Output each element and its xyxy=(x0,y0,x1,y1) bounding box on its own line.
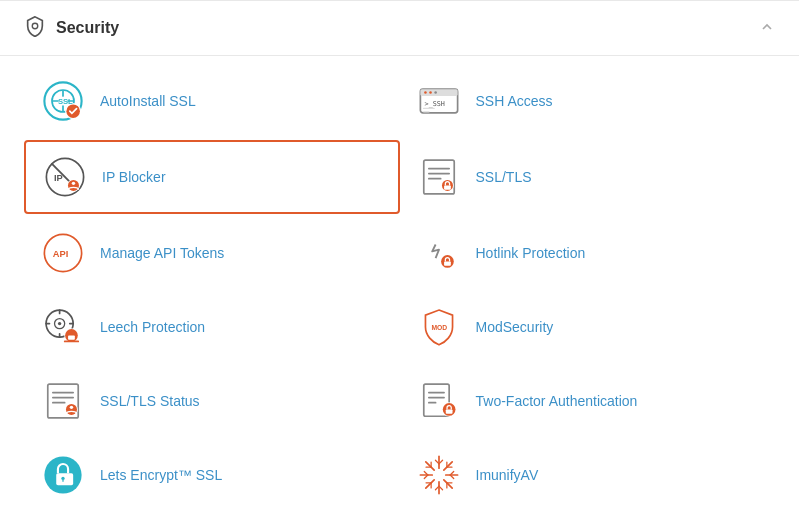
security-item-ssl-tls-status[interactable]: SSL/TLS Status xyxy=(24,366,400,436)
svg-line-71 xyxy=(425,480,433,488)
svg-point-50 xyxy=(70,406,73,409)
autoinstall-ssl-label: AutoInstall SSL xyxy=(100,93,196,109)
manage-api-tokens-icon: API xyxy=(40,230,86,276)
leech-protection-icon xyxy=(40,304,86,350)
section-header[interactable]: Security xyxy=(0,0,799,56)
security-item-ip-blocker[interactable]: IP IP Blocker xyxy=(24,140,400,214)
chevron-up-icon[interactable] xyxy=(759,19,775,38)
security-item-manage-api-tokens[interactable]: API Manage API Tokens xyxy=(24,218,400,288)
svg-point-0 xyxy=(32,23,38,29)
imunifyav-label: ImunifyAV xyxy=(476,467,539,483)
security-item-imunify360[interactable]: Imunify360 xyxy=(24,514,400,523)
svg-point-34 xyxy=(58,322,61,325)
modsecurity-label: ModSecurity xyxy=(476,319,554,335)
security-item-hotlink-protection[interactable]: Hotlink Protection xyxy=(400,218,776,288)
hotlink-protection-icon xyxy=(416,230,462,276)
svg-rect-13 xyxy=(422,108,434,109)
svg-point-10 xyxy=(434,91,437,94)
security-item-leech-protection[interactable]: Leech Protection xyxy=(24,292,400,362)
svg-point-18 xyxy=(68,180,79,191)
ssl-tls-status-icon xyxy=(40,378,86,424)
two-factor-auth-label: Two-Factor Authentication xyxy=(476,393,638,409)
svg-text:API: API xyxy=(53,249,69,259)
svg-point-60 xyxy=(61,477,64,480)
svg-rect-42 xyxy=(64,341,79,343)
manage-api-tokens-label: Manage API Tokens xyxy=(100,245,224,261)
modsecurity-icon: MOD xyxy=(416,304,462,350)
security-item-ssl-tls[interactable]: SSL/TLS xyxy=(400,140,776,214)
ssl-tls-label: SSL/TLS xyxy=(476,169,532,185)
svg-rect-41 xyxy=(68,335,75,339)
svg-text:>_SSH: >_SSH xyxy=(424,100,444,108)
security-shield-icon xyxy=(24,15,46,41)
section-header-left: Security xyxy=(24,15,119,41)
ssh-access-icon: >_SSH xyxy=(416,78,462,124)
ssl-tls-icon xyxy=(416,154,462,200)
ip-blocker-icon: IP xyxy=(42,154,88,200)
security-item-ssh-access[interactable]: >_SSH SSH Access xyxy=(400,66,776,136)
svg-point-8 xyxy=(424,91,427,94)
security-items-grid: SSL AutoInstall SSL >_SSH SSH Access IP … xyxy=(0,56,799,523)
lets-encrypt-icon xyxy=(40,452,86,498)
security-item-two-factor-auth[interactable]: Two-Factor Authentication xyxy=(400,366,776,436)
svg-rect-57 xyxy=(445,409,452,413)
security-item-lets-encrypt[interactable]: Lets Encrypt™ SSL xyxy=(24,440,400,510)
leech-protection-label: Leech Protection xyxy=(100,319,205,335)
lets-encrypt-label: Lets Encrypt™ SSL xyxy=(100,467,222,483)
svg-line-77 xyxy=(425,462,433,470)
svg-rect-59 xyxy=(56,473,73,485)
svg-rect-31 xyxy=(444,261,451,265)
svg-rect-12 xyxy=(422,111,429,112)
section-title: Security xyxy=(56,19,119,37)
hotlink-protection-label: Hotlink Protection xyxy=(476,245,586,261)
svg-text:MOD: MOD xyxy=(431,324,447,331)
security-item-imunifyav[interactable]: ImunifyAV xyxy=(400,440,776,510)
two-factor-auth-icon xyxy=(416,378,462,424)
svg-line-83 xyxy=(443,462,451,470)
svg-text:SSL: SSL xyxy=(58,97,73,106)
svg-text:IP: IP xyxy=(54,173,63,183)
ssh-access-label: SSH Access xyxy=(476,93,553,109)
svg-point-9 xyxy=(429,91,432,94)
security-item-modsecurity[interactable]: MOD ModSecurity xyxy=(400,292,776,362)
svg-rect-26 xyxy=(444,185,451,189)
ip-blocker-label: IP Blocker xyxy=(102,169,166,185)
svg-point-19 xyxy=(72,182,75,185)
ssl-tls-status-label: SSL/TLS Status xyxy=(100,393,200,409)
security-item-autoinstall-ssl[interactable]: SSL AutoInstall SSL xyxy=(24,66,400,136)
svg-line-65 xyxy=(443,480,451,488)
imunifyav-icon xyxy=(416,452,462,498)
autoinstall-ssl-icon: SSL xyxy=(40,78,86,124)
svg-point-49 xyxy=(66,404,77,415)
